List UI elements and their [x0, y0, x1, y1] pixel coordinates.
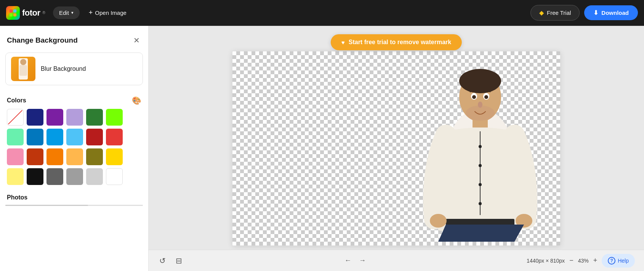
download-icon: ⬇ [593, 9, 598, 16]
color-swatch-dark-red[interactable] [86, 129, 103, 145]
blur-bg-label: Blur Background [41, 65, 86, 72]
fotor-logo-icon [6, 6, 20, 20]
help-label: Help [618, 258, 629, 264]
svg-rect-2 [10, 13, 13, 16]
canvas-area: ♥ Start free trial to remove watermark [149, 26, 644, 271]
color-swatch-light-yellow[interactable] [7, 168, 24, 185]
color-swatch-yellow[interactable] [106, 148, 123, 165]
help-circle-icon: ? [608, 257, 615, 265]
bottom-bar: ↺ ⊟ ← → 1440px × 810px − 43% [149, 250, 644, 271]
download-label: Download [601, 10, 629, 16]
color-swatch-light-gray[interactable] [86, 168, 103, 185]
zoom-out-button[interactable]: − [568, 255, 575, 266]
colors-title: Colors [7, 97, 26, 104]
photos-section: Photos [0, 191, 148, 201]
svg-point-15 [479, 202, 482, 205]
color-swatch-dark-orange[interactable] [27, 148, 43, 165]
svg-point-24 [466, 105, 495, 121]
canvas-wrapper [232, 51, 560, 245]
sidebar-scrollbar[interactable] [5, 205, 143, 206]
person-image [423, 55, 537, 242]
color-swatch-gray[interactable] [66, 168, 83, 185]
palette-button[interactable]: 🎨 [132, 96, 141, 105]
svg-point-5 [20, 59, 26, 65]
svg-point-21 [472, 95, 476, 99]
bottom-right-controls: 1440px × 810px − 43% + ? Help [527, 254, 635, 268]
color-swatch-olive[interactable] [86, 148, 103, 165]
free-trial-label: Free Trial [547, 10, 571, 16]
photos-title: Photos [7, 194, 141, 201]
logo-trademark: ® [43, 11, 45, 15]
svg-rect-1 [13, 9, 16, 12]
color-swatch-orange[interactable] [46, 148, 63, 165]
heart-icon: ♥ [341, 39, 345, 46]
minus-icon: − [569, 257, 574, 264]
open-image-button[interactable]: + Open Image [84, 6, 131, 20]
edit-button[interactable]: Edit ▾ [53, 6, 80, 19]
help-button[interactable]: ? Help [602, 254, 635, 268]
bottom-left-controls: ↺ ⊟ [158, 255, 184, 267]
canvas-dimensions: 1440px × 810px [527, 258, 565, 264]
color-swatch-lime[interactable] [7, 129, 24, 145]
plus-icon: + [89, 9, 93, 17]
svg-rect-3 [13, 13, 16, 16]
plus-icon: + [593, 257, 598, 264]
sidebar-header: Change Background ✕ [0, 26, 148, 53]
color-swatch-black[interactable] [27, 168, 43, 185]
blur-bg-thumbnail [11, 57, 35, 81]
bottom-center-controls: ← → [343, 255, 367, 266]
color-swatch-sky-blue[interactable] [46, 129, 63, 145]
color-swatch-red[interactable] [106, 129, 123, 145]
svg-rect-6 [19, 65, 27, 76]
colors-grid [0, 109, 148, 191]
color-swatch-light-blue[interactable] [66, 129, 83, 145]
free-trial-button[interactable]: ◆ Free Trial [530, 5, 580, 21]
color-swatch-pink[interactable] [7, 148, 24, 165]
svg-point-14 [479, 183, 482, 186]
svg-point-9 [459, 69, 501, 93]
top-navigation: fotor® Edit ▾ + Open Image ◆ Free Trial … [0, 0, 644, 26]
color-swatch-bright-green[interactable] [106, 109, 123, 126]
compare-icon: ⊟ [176, 256, 182, 265]
color-swatch-dark-blue[interactable] [27, 109, 43, 126]
sidebar-title: Change Background [7, 36, 78, 45]
zoom-level: 43% [578, 258, 589, 264]
color-swatch-ocean-blue[interactable] [27, 129, 43, 145]
watermark-text: Start free trial to remove watermark [349, 39, 451, 46]
color-swatch-dark-green[interactable] [86, 109, 103, 126]
close-sidebar-button[interactable]: ✕ [132, 34, 141, 46]
history-button[interactable]: ↺ [158, 255, 167, 267]
main-area: Change Background ✕ Blur Background Colo… [0, 26, 644, 271]
svg-point-13 [479, 164, 482, 167]
color-swatch-purple[interactable] [46, 109, 63, 126]
chevron-down-icon: ▾ [71, 10, 74, 15]
history-icon: ↺ [159, 256, 166, 265]
svg-point-22 [484, 95, 488, 99]
color-swatch-peach[interactable] [66, 148, 83, 165]
colors-section-header: Colors 🎨 [0, 93, 148, 109]
zoom-in-button[interactable]: + [592, 255, 599, 266]
watermark-banner[interactable]: ♥ Start free trial to remove watermark [331, 34, 462, 50]
svg-point-17 [430, 214, 447, 228]
color-swatch-light-purple[interactable] [66, 109, 83, 126]
left-arrow-icon: ← [344, 257, 351, 264]
diamond-icon: ◆ [539, 9, 544, 16]
right-arrow-icon: → [359, 257, 366, 264]
svg-point-12 [479, 145, 482, 148]
color-swatch-transparent[interactable] [7, 109, 24, 126]
svg-rect-0 [10, 9, 13, 12]
color-swatch-dark-gray[interactable] [46, 168, 63, 185]
color-swatch-white[interactable] [106, 168, 123, 185]
open-image-label: Open Image [95, 10, 127, 16]
compare-button[interactable]: ⊟ [174, 255, 184, 267]
sidebar: Change Background ✕ Blur Background Colo… [0, 26, 149, 271]
download-button[interactable]: ⬇ Download [584, 5, 638, 20]
logo-area: fotor® [6, 6, 45, 20]
edit-label: Edit [59, 10, 69, 16]
next-arrow-button[interactable]: → [357, 255, 367, 266]
blur-background-card[interactable]: Blur Background [5, 53, 143, 85]
fotor-logo-text: fotor [22, 8, 40, 18]
prev-arrow-button[interactable]: ← [343, 255, 353, 266]
